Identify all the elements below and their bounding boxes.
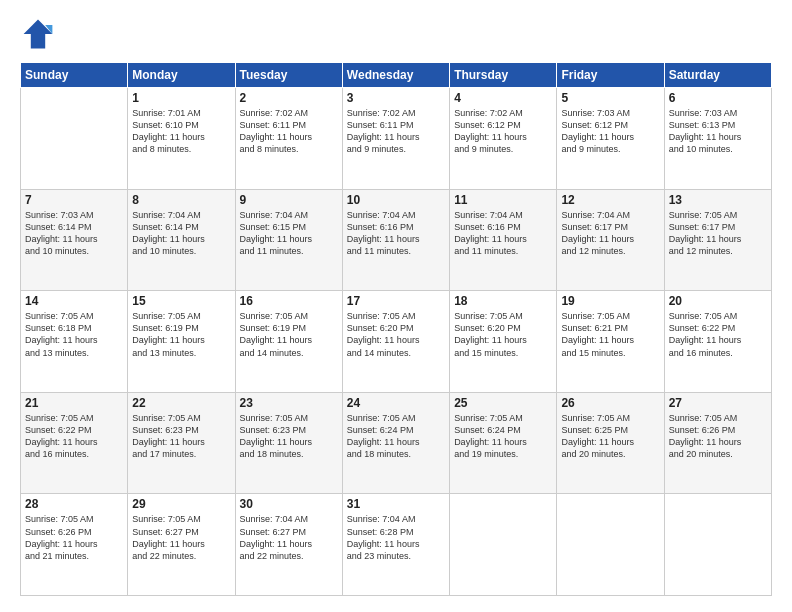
- day-number: 19: [561, 294, 659, 308]
- day-number: 29: [132, 497, 230, 511]
- day-cell: 20Sunrise: 7:05 AM Sunset: 6:22 PM Dayli…: [664, 291, 771, 393]
- day-cell: 15Sunrise: 7:05 AM Sunset: 6:19 PM Dayli…: [128, 291, 235, 393]
- day-cell: 27Sunrise: 7:05 AM Sunset: 6:26 PM Dayli…: [664, 392, 771, 494]
- day-cell: 29Sunrise: 7:05 AM Sunset: 6:27 PM Dayli…: [128, 494, 235, 596]
- day-number: 30: [240, 497, 338, 511]
- day-cell: 10Sunrise: 7:04 AM Sunset: 6:16 PM Dayli…: [342, 189, 449, 291]
- day-info: Sunrise: 7:04 AM Sunset: 6:14 PM Dayligh…: [132, 209, 230, 258]
- day-number: 22: [132, 396, 230, 410]
- day-cell: [21, 88, 128, 190]
- header-day-tuesday: Tuesday: [235, 63, 342, 88]
- day-info: Sunrise: 7:03 AM Sunset: 6:12 PM Dayligh…: [561, 107, 659, 156]
- header-day-thursday: Thursday: [450, 63, 557, 88]
- day-cell: [664, 494, 771, 596]
- day-cell: 11Sunrise: 7:04 AM Sunset: 6:16 PM Dayli…: [450, 189, 557, 291]
- day-cell: 9Sunrise: 7:04 AM Sunset: 6:15 PM Daylig…: [235, 189, 342, 291]
- day-cell: 28Sunrise: 7:05 AM Sunset: 6:26 PM Dayli…: [21, 494, 128, 596]
- header-day-monday: Monday: [128, 63, 235, 88]
- day-info: Sunrise: 7:05 AM Sunset: 6:22 PM Dayligh…: [669, 310, 767, 359]
- day-info: Sunrise: 7:04 AM Sunset: 6:28 PM Dayligh…: [347, 513, 445, 562]
- header-day-saturday: Saturday: [664, 63, 771, 88]
- day-number: 7: [25, 193, 123, 207]
- day-number: 28: [25, 497, 123, 511]
- day-info: Sunrise: 7:05 AM Sunset: 6:21 PM Dayligh…: [561, 310, 659, 359]
- day-info: Sunrise: 7:05 AM Sunset: 6:27 PM Dayligh…: [132, 513, 230, 562]
- day-number: 9: [240, 193, 338, 207]
- header: [20, 16, 772, 52]
- day-info: Sunrise: 7:05 AM Sunset: 6:20 PM Dayligh…: [454, 310, 552, 359]
- day-number: 8: [132, 193, 230, 207]
- day-info: Sunrise: 7:04 AM Sunset: 6:16 PM Dayligh…: [347, 209, 445, 258]
- day-cell: 12Sunrise: 7:04 AM Sunset: 6:17 PM Dayli…: [557, 189, 664, 291]
- day-cell: 7Sunrise: 7:03 AM Sunset: 6:14 PM Daylig…: [21, 189, 128, 291]
- day-info: Sunrise: 7:05 AM Sunset: 6:26 PM Dayligh…: [25, 513, 123, 562]
- day-cell: 5Sunrise: 7:03 AM Sunset: 6:12 PM Daylig…: [557, 88, 664, 190]
- day-number: 18: [454, 294, 552, 308]
- day-number: 11: [454, 193, 552, 207]
- day-cell: 30Sunrise: 7:04 AM Sunset: 6:27 PM Dayli…: [235, 494, 342, 596]
- day-info: Sunrise: 7:02 AM Sunset: 6:11 PM Dayligh…: [347, 107, 445, 156]
- day-number: 14: [25, 294, 123, 308]
- day-cell: 1Sunrise: 7:01 AM Sunset: 6:10 PM Daylig…: [128, 88, 235, 190]
- day-info: Sunrise: 7:03 AM Sunset: 6:14 PM Dayligh…: [25, 209, 123, 258]
- day-info: Sunrise: 7:05 AM Sunset: 6:20 PM Dayligh…: [347, 310, 445, 359]
- day-cell: 13Sunrise: 7:05 AM Sunset: 6:17 PM Dayli…: [664, 189, 771, 291]
- logo: [20, 16, 60, 52]
- day-info: Sunrise: 7:05 AM Sunset: 6:24 PM Dayligh…: [454, 412, 552, 461]
- day-number: 4: [454, 91, 552, 105]
- day-cell: [450, 494, 557, 596]
- day-cell: 2Sunrise: 7:02 AM Sunset: 6:11 PM Daylig…: [235, 88, 342, 190]
- calendar-body: 1Sunrise: 7:01 AM Sunset: 6:10 PM Daylig…: [21, 88, 772, 596]
- header-day-sunday: Sunday: [21, 63, 128, 88]
- day-cell: 25Sunrise: 7:05 AM Sunset: 6:24 PM Dayli…: [450, 392, 557, 494]
- day-info: Sunrise: 7:05 AM Sunset: 6:19 PM Dayligh…: [240, 310, 338, 359]
- day-info: Sunrise: 7:02 AM Sunset: 6:11 PM Dayligh…: [240, 107, 338, 156]
- day-info: Sunrise: 7:04 AM Sunset: 6:16 PM Dayligh…: [454, 209, 552, 258]
- day-info: Sunrise: 7:05 AM Sunset: 6:26 PM Dayligh…: [669, 412, 767, 461]
- day-number: 24: [347, 396, 445, 410]
- day-cell: 17Sunrise: 7:05 AM Sunset: 6:20 PM Dayli…: [342, 291, 449, 393]
- day-number: 12: [561, 193, 659, 207]
- day-info: Sunrise: 7:05 AM Sunset: 6:17 PM Dayligh…: [669, 209, 767, 258]
- day-number: 3: [347, 91, 445, 105]
- day-info: Sunrise: 7:05 AM Sunset: 6:25 PM Dayligh…: [561, 412, 659, 461]
- day-info: Sunrise: 7:04 AM Sunset: 6:17 PM Dayligh…: [561, 209, 659, 258]
- day-cell: 24Sunrise: 7:05 AM Sunset: 6:24 PM Dayli…: [342, 392, 449, 494]
- day-number: 26: [561, 396, 659, 410]
- svg-marker-0: [24, 20, 53, 49]
- day-cell: 21Sunrise: 7:05 AM Sunset: 6:22 PM Dayli…: [21, 392, 128, 494]
- week-row-3: 21Sunrise: 7:05 AM Sunset: 6:22 PM Dayli…: [21, 392, 772, 494]
- day-number: 17: [347, 294, 445, 308]
- day-cell: 22Sunrise: 7:05 AM Sunset: 6:23 PM Dayli…: [128, 392, 235, 494]
- day-number: 2: [240, 91, 338, 105]
- day-number: 21: [25, 396, 123, 410]
- day-cell: 14Sunrise: 7:05 AM Sunset: 6:18 PM Dayli…: [21, 291, 128, 393]
- logo-icon: [20, 16, 56, 52]
- calendar-table: SundayMondayTuesdayWednesdayThursdayFrid…: [20, 62, 772, 596]
- day-cell: 4Sunrise: 7:02 AM Sunset: 6:12 PM Daylig…: [450, 88, 557, 190]
- day-number: 23: [240, 396, 338, 410]
- day-number: 31: [347, 497, 445, 511]
- day-cell: 18Sunrise: 7:05 AM Sunset: 6:20 PM Dayli…: [450, 291, 557, 393]
- day-cell: 31Sunrise: 7:04 AM Sunset: 6:28 PM Dayli…: [342, 494, 449, 596]
- day-number: 6: [669, 91, 767, 105]
- day-info: Sunrise: 7:04 AM Sunset: 6:27 PM Dayligh…: [240, 513, 338, 562]
- day-number: 20: [669, 294, 767, 308]
- day-number: 10: [347, 193, 445, 207]
- day-info: Sunrise: 7:01 AM Sunset: 6:10 PM Dayligh…: [132, 107, 230, 156]
- day-number: 1: [132, 91, 230, 105]
- page: SundayMondayTuesdayWednesdayThursdayFrid…: [0, 0, 792, 612]
- day-number: 13: [669, 193, 767, 207]
- week-row-0: 1Sunrise: 7:01 AM Sunset: 6:10 PM Daylig…: [21, 88, 772, 190]
- day-number: 27: [669, 396, 767, 410]
- day-cell: 8Sunrise: 7:04 AM Sunset: 6:14 PM Daylig…: [128, 189, 235, 291]
- header-day-friday: Friday: [557, 63, 664, 88]
- day-number: 15: [132, 294, 230, 308]
- day-number: 5: [561, 91, 659, 105]
- day-info: Sunrise: 7:03 AM Sunset: 6:13 PM Dayligh…: [669, 107, 767, 156]
- day-info: Sunrise: 7:05 AM Sunset: 6:22 PM Dayligh…: [25, 412, 123, 461]
- week-row-2: 14Sunrise: 7:05 AM Sunset: 6:18 PM Dayli…: [21, 291, 772, 393]
- day-cell: 3Sunrise: 7:02 AM Sunset: 6:11 PM Daylig…: [342, 88, 449, 190]
- day-number: 16: [240, 294, 338, 308]
- day-info: Sunrise: 7:05 AM Sunset: 6:19 PM Dayligh…: [132, 310, 230, 359]
